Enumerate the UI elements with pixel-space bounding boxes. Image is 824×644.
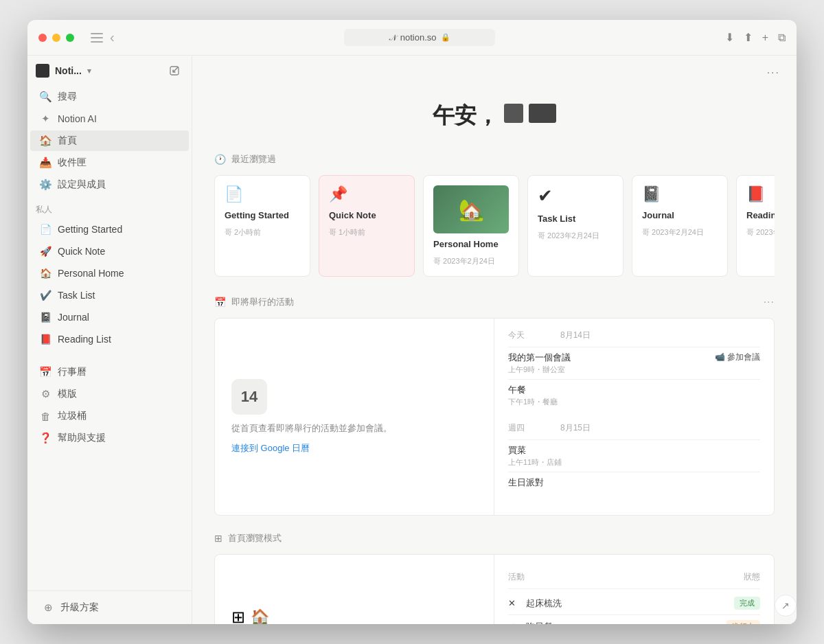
card-task-list-title: Task List [538,214,613,224]
event-birthday-title: 生日派對 [508,476,760,489]
browse-title: 首頁瀏覽模式 [228,532,282,544]
sidebar-item-templates[interactable]: ⚙ 模版 [30,384,189,404]
status-row-left-1: ✕ 起床梳洗 [508,597,562,610]
browse-section: ⊞ 首頁瀏覽模式 ⊞ 🏠 釘選一個資料庫瀏覽模式，以便在首頁中快速存取。 選擇資… [192,532,797,624]
card-quick-note[interactable]: 📌 Quick Note 哥 1小時前 [319,175,415,277]
minimize-button[interactable] [52,34,60,42]
reading-list-label: Reading List [58,334,111,345]
upcoming-panel-right: 今天 8月14日 我的第一個會議 上午9時・辦公室 📹 參加會議 [494,319,774,515]
upcoming-section-title: 📅 即將舉行的活動 ··· [214,296,775,308]
recent-section-title: 🕐 最近瀏覽過 [214,153,775,165]
sidebar-item-trash[interactable]: 🗑 垃圾桶 [30,406,189,426]
browse-icon: ⊞ [214,533,222,544]
status-table-header: 活動 狀態 [508,566,760,589]
card-task-list[interactable]: ✔ Task List 哥 2023年2月24日 [527,175,623,277]
event-day-today: 今天 8月14日 我的第一個會議 上午9時・辦公室 📹 參加會議 [508,330,760,411]
sidebar-item-journal[interactable]: 📓 Journal [30,307,189,327]
notion-ai-icon: ✦ [38,113,52,125]
activity-col-header: 活動 [508,571,525,583]
app-window: ‹ 𝒩 notion.so 🔒 ⬇ ⬆ + ⧉ Noti... ▾ [27,20,797,624]
upcoming-panel-left: 14 從首頁查看即將舉行的活動並參加會議。 連接到 Google 日曆 [215,319,494,515]
sidebar-item-home[interactable]: 🏠 首頁 [30,130,189,151]
task-list-icon: ✔️ [38,290,52,301]
name-block-1 [504,104,523,123]
recent-section: 🕐 最近瀏覽過 📄 Getting Started 哥 2小時前 📌 Quick… [192,153,797,296]
sidebar-item-search[interactable]: 🔍 搜尋 [30,87,189,107]
card-journal-icon: 📓 [642,185,718,203]
event-grocery-sub: 上午11時・店鋪 [508,457,760,468]
event-meeting-info: 我的第一個會議 上午9時・辦公室 [508,352,715,375]
new-page-button[interactable] [165,62,183,80]
card-personal-home-thumb: 🏡 [433,185,509,233]
upcoming-icon: 📅 [214,297,226,308]
sidebar-item-notion-ai[interactable]: ✦ Notion AI [30,108,189,129]
card-task-list-meta: 哥 2023年2月24日 [538,231,613,241]
sidebar-item-quick-note[interactable]: 🚀 Quick Note [30,241,189,262]
close-button[interactable] [38,34,47,42]
upcoming-more-button[interactable]: ··· [764,296,775,308]
sidebar-item-getting-started[interactable]: 📄 Getting Started [30,219,189,240]
card-reading-list[interactable]: 📕 Reading List 哥 2023年2月... [736,175,775,277]
status-table: 活動 狀態 ✕ 起床梳洗 完成 [508,566,760,624]
url-bar[interactable]: 𝒩 notion.so 🔒 [344,29,495,46]
trash-label: 垃圾桶 [58,410,87,422]
event-lunch-title: 午餐 [508,384,760,396]
home-label: 首頁 [58,135,77,147]
event-grocery-title: 買菜 [508,444,760,457]
titlebar-center: 𝒩 notion.so 🔒 [123,29,717,46]
search-icon: 🔍 [38,91,52,103]
browse-panel-left: ⊞ 🏠 釘選一個資料庫瀏覽模式，以便在首頁中快速存取。 選擇資料庫 [215,555,494,624]
upcoming-title: 即將舉行的活動 [231,296,294,308]
card-reading-list-title: Reading List [746,210,775,220]
notion-ai-label: Notion AI [58,113,97,124]
new-tab-icon[interactable]: + [762,32,768,44]
card-getting-started[interactable]: 📄 Getting Started 哥 2小時前 [214,175,310,277]
quick-note-label: Quick Note [58,246,105,257]
maximize-button[interactable] [66,34,74,42]
expand-button[interactable]: ↗ [775,595,797,617]
event-birthday: 生日派對 [508,472,760,493]
sidebar-toggle-icon[interactable] [91,33,103,43]
card-personal-home[interactable]: 🏡 Personal Home 哥 2023年2月24日 [423,175,519,277]
browse-section-title: ⊞ 首頁瀏覽模式 [214,532,775,544]
nav-back-icon[interactable]: ‹ [110,30,115,45]
browse-table-icon: ⊞ [231,608,245,624]
card-journal[interactable]: 📓 Journal 哥 2023年2月24日 [632,175,728,277]
upcoming-panel: 14 從首頁查看即將舉行的活動並參加會議。 連接到 Google 日曆 今天 8… [214,318,775,516]
task-list-label: Task List [58,290,95,301]
content-more-button[interactable]: ··· [767,67,780,79]
thursday-label: 週四 [508,422,549,434]
inbox-icon: 📥 [38,157,52,169]
url-lock-icon: 🔒 [441,33,450,42]
upgrade-label: 升級方案 [60,601,99,614]
share-icon[interactable]: ⬆ [744,31,753,44]
download-icon[interactable]: ⬇ [725,31,734,44]
event-lunch-sub: 下午1時・餐廳 [508,397,760,407]
workspace-name[interactable]: Noti... ▾ [36,64,91,78]
card-getting-started-meta: 哥 2小時前 [225,227,300,238]
cal-date-number: 14 [241,388,258,406]
sidebar-item-reading-list[interactable]: 📕 Reading List [30,329,189,349]
sidebar-item-task-list[interactable]: ✔️ Task List [30,285,189,306]
sidebar-item-upgrade[interactable]: ⊕ 升級方案 [33,597,186,618]
duplicate-tab-icon[interactable]: ⧉ [778,32,786,44]
workspace-icon [36,64,49,78]
sidebar-item-calendar[interactable]: 📅 行事曆 [30,362,189,382]
greeting-name [504,104,556,123]
workspace-label: Noti... [55,65,82,76]
settings-icon: ⚙️ [38,179,52,191]
sidebar-item-inbox[interactable]: 📥 收件匣 [30,152,189,173]
card-journal-meta: 哥 2023年2月24日 [642,227,718,238]
sidebar: Noti... ▾ 🔍 搜尋 ✦ Notion AI 🏠 [27,56,192,624]
sidebar-item-settings[interactable]: ⚙️ 設定與成員 [30,174,189,195]
sidebar-item-help[interactable]: ❓ 幫助與支援 [30,428,189,448]
card-journal-title: Journal [642,210,718,220]
join-meeting-button[interactable]: 📹 參加會議 [715,352,760,363]
connect-google-cal-link[interactable]: 連接到 Google 日曆 [231,442,310,455]
main-layout: Noti... ▾ 🔍 搜尋 ✦ Notion AI 🏠 [27,56,797,624]
sidebar-item-personal-home[interactable]: 🏠 Personal Home [30,263,189,284]
card-quick-note-meta: 哥 1小時前 [329,227,404,238]
personal-home-label: Personal Home [58,268,124,279]
event-birthday-info: 生日派對 [508,476,760,489]
card-reading-list-icon: 📕 [746,185,775,203]
